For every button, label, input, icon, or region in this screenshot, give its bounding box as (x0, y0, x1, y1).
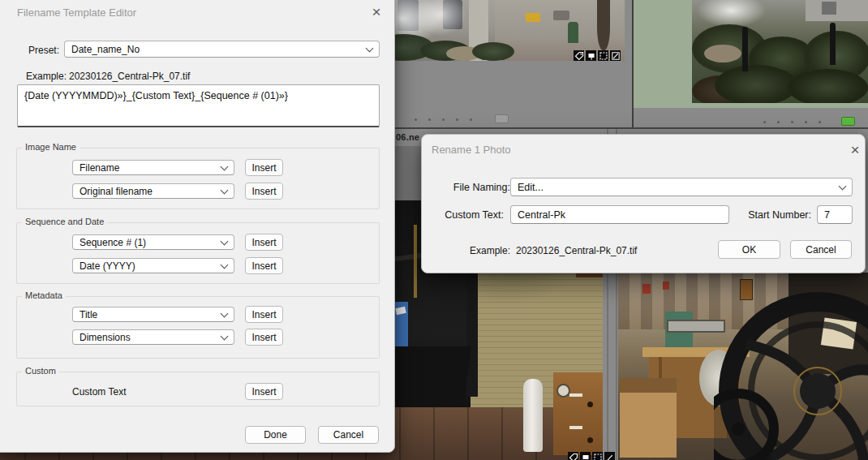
building-window (822, 2, 836, 15)
thumbnail-badges[interactable] (574, 50, 621, 61)
preset-value: Date_name_No (71, 44, 140, 55)
grid-cell-border (632, 0, 634, 127)
drawer-knob (587, 402, 593, 407)
rename-photo-dialog: Rename 1 Photo × File Naming: Edit... Cu… (421, 134, 866, 273)
lightroom-library-grid: 06.ne (0, 0, 868, 460)
preset-label: Preset: (9, 45, 59, 56)
bollard (830, 23, 836, 65)
close-icon[interactable]: × (367, 2, 385, 20)
dialog-title: Filename Template Editor (17, 6, 136, 19)
ok-button[interactable]: OK (718, 240, 780, 259)
group-image-name-label: Image Name (22, 142, 79, 152)
sequence-select[interactable]: Sequence # (1) (72, 234, 234, 250)
file-naming-label: File Naming: (439, 182, 510, 193)
chevron-down-icon (839, 182, 847, 190)
chevron-down-icon (221, 186, 229, 194)
rating-dots[interactable] (763, 121, 821, 123)
bush (788, 69, 868, 103)
metadata-select-1[interactable]: Title (72, 307, 234, 322)
gold-accent (414, 225, 417, 298)
bush (715, 65, 797, 103)
insert-button[interactable]: Insert (245, 383, 283, 400)
red-object (642, 284, 651, 294)
group-sequence-date-label: Sequence and Date (22, 217, 107, 226)
group-metadata-label: Metadata (22, 290, 66, 300)
yellow-taxi (526, 13, 540, 22)
custom-text-label: Custom Text: (439, 209, 504, 221)
insert-button[interactable]: Insert (245, 183, 283, 200)
group-sequence-date (16, 222, 380, 284)
chevron-down-icon (221, 237, 229, 245)
preset-select[interactable]: Date_name_No (64, 41, 380, 58)
photo-thumbnail-garden[interactable] (692, 0, 868, 103)
rating-dots[interactable] (415, 118, 472, 121)
start-number-label: Start Number: (743, 209, 811, 221)
select-value: Original filename (79, 186, 153, 197)
insert-button[interactable]: Insert (245, 257, 283, 274)
select-value: Date (YYYY) (79, 260, 135, 272)
steam-cloud (415, 0, 466, 36)
dialog-title: Rename 1 Photo (432, 144, 511, 156)
chevron-down-icon (221, 260, 229, 269)
cancel-button[interactable]: Cancel (318, 426, 379, 444)
thumbnail-filename-caption: 06.ne (396, 132, 419, 142)
close-icon[interactable]: × (846, 140, 864, 158)
rock (704, 45, 741, 62)
file-naming-select[interactable]: Edit... (510, 178, 853, 196)
example-label: Example: (26, 71, 67, 82)
chevron-down-icon (366, 44, 374, 52)
group-custom (16, 372, 380, 406)
custom-text-input[interactable] (510, 205, 729, 224)
chevron-down-icon (221, 332, 229, 340)
example-value: 20230126_Central-Pk_07.tif (69, 71, 190, 82)
custom-text-static-label: Custom Text (72, 386, 126, 398)
date-select[interactable]: Date (YYYY) (72, 258, 234, 273)
cancel-button[interactable]: Cancel (790, 240, 852, 259)
select-value: Sequence # (1) (79, 237, 146, 248)
collection-badge-icon[interactable] (580, 452, 591, 460)
done-button[interactable]: Done (245, 426, 306, 444)
insert-button[interactable]: Insert (245, 159, 283, 176)
group-image-name (16, 148, 380, 209)
clock-face (556, 384, 570, 398)
photo-thumbnail-flywheel-machine[interactable] (618, 273, 868, 460)
gray-car (553, 11, 569, 20)
select-value: Title (79, 309, 97, 320)
develop-adjustments-badge-icon[interactable] (604, 452, 615, 460)
keyword-badge-icon[interactable] (568, 452, 578, 460)
develop-adjustments-badge-icon[interactable] (610, 50, 621, 61)
insert-button[interactable]: Insert (245, 306, 283, 323)
drawer-knob (587, 437, 593, 443)
start-number-input[interactable] (817, 205, 853, 224)
example-label: Example: (470, 245, 510, 256)
thumbnail-badges[interactable] (568, 452, 615, 460)
collection-badge-icon[interactable] (586, 50, 596, 61)
keyword-badge-icon[interactable] (574, 50, 584, 61)
image-name-select-1[interactable]: Filename (72, 160, 234, 175)
color-label-green[interactable] (841, 117, 855, 126)
image-name-select-2[interactable]: Original filename (72, 183, 234, 199)
metadata-select-2[interactable]: Dimensions (72, 329, 234, 345)
file-naming-value: Edit... (518, 182, 544, 193)
crop-badge-icon[interactable] (598, 50, 608, 61)
drawer-label (569, 426, 582, 429)
red-object (663, 282, 669, 290)
example-value: 20230126_Central-Pk_07.tif (516, 245, 637, 256)
template-tokens-editor[interactable]: {Date (YYYYMMDD)»}_{Custom Text}_{Sequen… (17, 84, 380, 127)
chevron-down-icon (221, 309, 229, 317)
building-wall (806, 0, 868, 21)
insert-button[interactable]: Insert (245, 329, 283, 346)
chevron-down-icon (221, 162, 229, 170)
color-label-gray[interactable] (495, 114, 509, 123)
flywheel-art (714, 273, 868, 460)
insert-button[interactable]: Insert (245, 234, 283, 251)
bollard (742, 27, 748, 71)
select-value: Filename (79, 162, 119, 174)
crop-badge-icon[interactable] (592, 452, 603, 460)
bush (472, 42, 514, 61)
filename-template-editor-dialog: Filename Template Editor × Preset: Date_… (0, 0, 395, 453)
green-trash-can (568, 22, 578, 43)
tree-trunk (597, 0, 610, 50)
steam-cloud (697, 0, 766, 28)
select-value: Dimensions (79, 332, 131, 343)
